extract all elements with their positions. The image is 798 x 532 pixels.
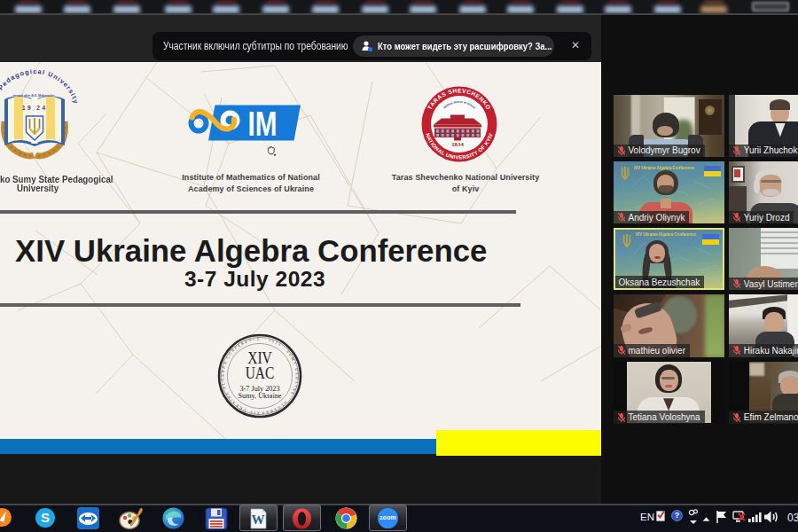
svg-text:Sumy, Ukraine: Sumy, Ukraine <box>239 391 282 399</box>
svg-text:W: W <box>252 512 265 527</box>
svg-text:UAC: UAC <box>246 363 275 381</box>
svg-text:1834: 1834 <box>451 141 464 147</box>
svg-text:19 24: 19 24 <box>22 105 48 111</box>
svg-text:IM: IM <box>248 105 278 143</box>
